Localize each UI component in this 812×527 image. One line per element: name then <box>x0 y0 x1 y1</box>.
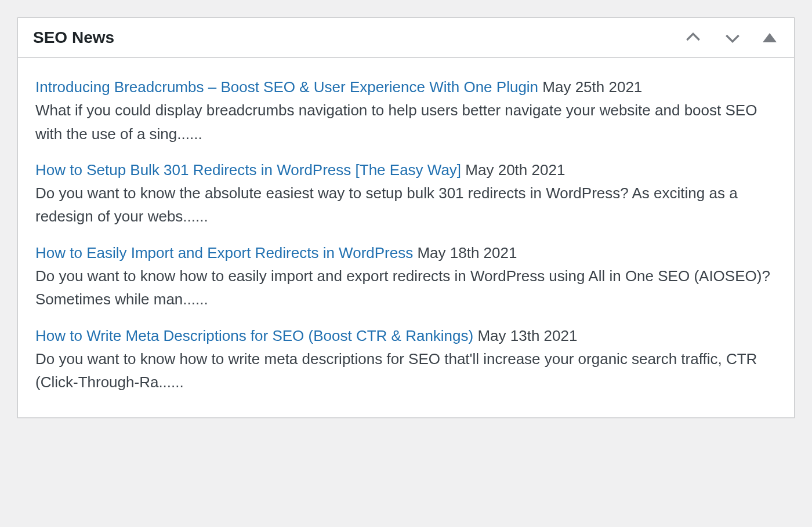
chevron-up-icon <box>684 28 702 47</box>
panel-title: SEO News <box>33 28 114 48</box>
toggle-panel-button[interactable] <box>760 31 779 45</box>
news-item: How to Write Meta Descriptions for SEO (… <box>35 324 777 394</box>
news-date: May 25th 2021 <box>542 78 642 96</box>
panel-controls <box>682 26 779 49</box>
news-link[interactable]: Introducing Breadcrumbs – Boost SEO & Us… <box>35 78 538 96</box>
chevron-down-icon <box>723 28 742 47</box>
triangle-up-icon <box>763 33 777 42</box>
news-date: May 18th 2021 <box>417 244 517 261</box>
panel-header: SEO News <box>18 18 794 58</box>
panel-body: Introducing Breadcrumbs – Boost SEO & Us… <box>18 58 794 417</box>
news-item: Introducing Breadcrumbs – Boost SEO & Us… <box>35 75 777 146</box>
news-link[interactable]: How to Setup Bulk 301 Redirects in WordP… <box>35 161 461 179</box>
seo-news-panel: SEO News Introducing Breadcrumbs – Boost… <box>17 17 795 418</box>
news-date: May 13th 2021 <box>477 327 577 344</box>
news-link[interactable]: How to Easily Import and Export Redirect… <box>35 244 413 261</box>
move-down-button[interactable] <box>721 26 744 49</box>
news-link[interactable]: How to Write Meta Descriptions for SEO (… <box>35 327 473 344</box>
news-item: How to Setup Bulk 301 Redirects in WordP… <box>35 158 777 228</box>
news-summary: Do you want to know the absolute easiest… <box>35 184 738 225</box>
news-summary: Do you want to know how to write meta de… <box>35 350 757 391</box>
move-up-button[interactable] <box>682 26 705 49</box>
news-summary: Do you want to know how to easily import… <box>35 267 770 308</box>
news-item: How to Easily Import and Export Redirect… <box>35 241 777 311</box>
news-summary: What if you could display breadcrumbs na… <box>35 101 757 142</box>
news-date: May 20th 2021 <box>465 161 565 179</box>
